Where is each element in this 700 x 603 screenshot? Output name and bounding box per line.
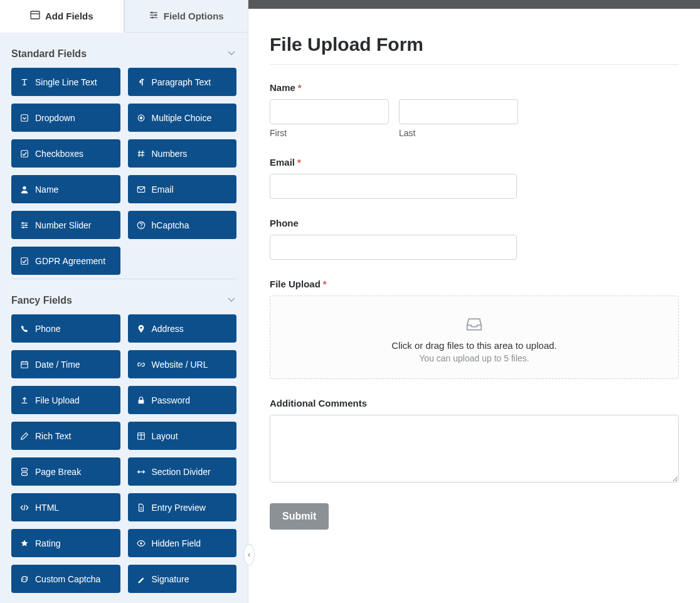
standard-fields-grid: Single Line TextParagraph TextDropdownMu…	[11, 68, 236, 275]
check-icon	[20, 257, 29, 265]
field-button-label: Password	[152, 395, 190, 405]
submit-button[interactable]: Submit	[270, 503, 329, 530]
tab-field-options[interactable]: Field Options	[124, 0, 248, 33]
file-upload-dropzone[interactable]: Click or drag files to this area to uplo…	[270, 296, 679, 379]
paragraph-icon	[137, 78, 146, 87]
field-button-password[interactable]: Password	[128, 386, 237, 414]
phone-input[interactable]	[270, 235, 517, 260]
upload-icon	[20, 396, 29, 405]
field-button-label: GDPR Agreement	[35, 256, 105, 266]
name-label-text: Name	[270, 82, 295, 93]
section-fancy-fields[interactable]: Fancy Fields	[11, 279, 236, 314]
field-button-layout[interactable]: Layout	[128, 422, 237, 450]
email-label-text: Email	[270, 157, 295, 168]
required-asterisk: *	[297, 157, 301, 168]
link-icon	[137, 360, 146, 369]
lock-icon	[137, 396, 146, 405]
section-standard-fields[interactable]: Standard Fields	[11, 33, 236, 68]
text-line-icon	[20, 78, 29, 87]
email-input[interactable]	[270, 174, 517, 199]
field-button-date-time[interactable]: Date / Time	[11, 350, 120, 378]
first-name-sublabel: First	[270, 128, 389, 138]
email-label: Email*	[270, 157, 679, 168]
field-button-single-line-text[interactable]: Single Line Text	[11, 68, 120, 96]
sliders-icon	[149, 10, 159, 22]
last-name-input[interactable]	[399, 99, 518, 124]
field-button-dropdown[interactable]: Dropdown	[11, 104, 120, 132]
field-button-label: Checkboxes	[35, 149, 83, 159]
field-button-label: Number Slider	[35, 220, 91, 230]
fields-panel: Standard Fields Single Line TextParagrap…	[0, 33, 248, 603]
name-last-col: Last	[399, 99, 518, 138]
field-button-entry-preview[interactable]: Entry Preview	[128, 493, 237, 521]
field-button-rich-text[interactable]: Rich Text	[11, 422, 120, 450]
app-root: Add Fields Field Options Standard Fields…	[0, 0, 700, 603]
field-button-signature[interactable]: Signature	[128, 565, 237, 593]
field-button-label: File Upload	[35, 395, 80, 405]
upload-sub-message: You can upload up to 5 files.	[283, 353, 666, 363]
field-button-label: Address	[152, 324, 184, 334]
field-name: Name* First Last	[270, 82, 679, 138]
arrows-h-icon	[137, 467, 146, 476]
field-button-phone[interactable]: Phone	[11, 314, 120, 343]
field-button-label: Name	[35, 184, 58, 195]
fancy-fields-grid: PhoneAddressDate / TimeWebsite / URLFile…	[11, 314, 236, 593]
inbox-icon	[465, 315, 484, 334]
field-phone: Phone	[270, 218, 679, 260]
sidebar: Add Fields Field Options Standard Fields…	[0, 0, 248, 603]
first-name-input[interactable]	[270, 99, 389, 124]
field-button-label: Page Break	[35, 467, 81, 477]
field-button-rating[interactable]: Rating	[11, 529, 120, 557]
refresh-icon	[20, 575, 29, 584]
form-preview: File Upload Form Name* First Last	[248, 0, 700, 603]
field-button-page-break[interactable]: Page Break	[11, 457, 120, 486]
form-area: File Upload Form Name* First Last	[248, 9, 700, 603]
field-button-label: Entry Preview	[152, 503, 206, 513]
field-button-multiple-choice[interactable]: Multiple Choice	[128, 104, 237, 132]
tab-add-fields[interactable]: Add Fields	[0, 0, 124, 33]
sliders-icon	[20, 221, 29, 230]
field-button-website-url[interactable]: Website / URL	[128, 350, 237, 378]
field-button-custom-captcha[interactable]: Custom Captcha	[11, 565, 120, 593]
check-icon	[20, 149, 29, 158]
comments-textarea[interactable]	[270, 415, 679, 483]
caret-square-icon	[20, 114, 29, 122]
field-button-gdpr-agreement[interactable]: GDPR Agreement	[11, 247, 120, 275]
field-button-paragraph-text[interactable]: Paragraph Text	[128, 68, 237, 96]
field-file-upload: File Upload* Click or drag files to this…	[270, 279, 679, 379]
field-button-label: Section Divider	[152, 467, 211, 477]
field-button-number-slider[interactable]: Number Slider	[11, 211, 120, 239]
field-button-label: Paragraph Text	[152, 77, 211, 87]
field-button-label: Rich Text	[35, 431, 71, 441]
field-button-numbers[interactable]: Numbers	[128, 139, 237, 168]
required-asterisk: *	[323, 279, 327, 289]
section-fancy-title: Fancy Fields	[11, 295, 72, 306]
section-standard-title: Standard Fields	[11, 48, 87, 60]
layout-icon	[137, 432, 146, 440]
field-button-hidden-field[interactable]: Hidden Field	[128, 529, 237, 557]
file-upload-label: File Upload*	[270, 279, 679, 289]
field-button-checkboxes[interactable]: Checkboxes	[11, 139, 120, 168]
collapse-sidebar-button[interactable]: ‹	[243, 544, 255, 565]
field-button-address[interactable]: Address	[128, 314, 237, 343]
field-button-section-divider[interactable]: Section Divider	[128, 457, 237, 486]
field-button-email[interactable]: Email	[128, 175, 237, 203]
radio-icon	[137, 114, 146, 122]
eye-icon	[137, 539, 146, 548]
required-asterisk: *	[298, 82, 302, 93]
field-button-label: Layout	[152, 431, 178, 441]
field-button-html[interactable]: HTML	[11, 493, 120, 521]
last-name-sublabel: Last	[399, 128, 518, 138]
map-pin-icon	[137, 324, 146, 333]
field-button-file-upload[interactable]: File Upload	[11, 386, 120, 414]
field-button-label: Custom Captcha	[35, 574, 100, 584]
form-title: File Upload Form	[270, 34, 679, 55]
field-button-label: Multiple Choice	[152, 113, 212, 123]
question-icon	[137, 221, 146, 230]
field-button-label: Phone	[35, 324, 60, 334]
user-icon	[20, 185, 29, 194]
field-button-hcaptcha[interactable]: hCaptcha	[128, 211, 237, 239]
field-button-name[interactable]: Name	[11, 175, 120, 203]
field-button-label: Rating	[35, 538, 60, 548]
sidebar-wrap: Add Fields Field Options Standard Fields…	[0, 0, 248, 603]
